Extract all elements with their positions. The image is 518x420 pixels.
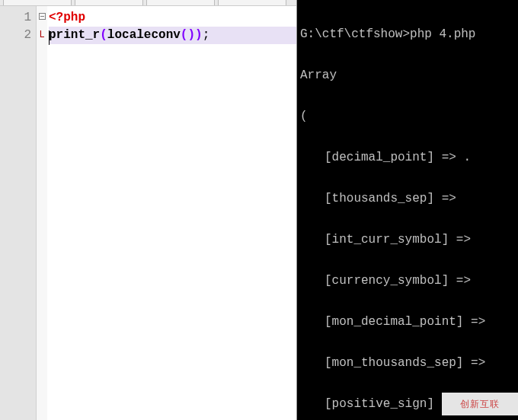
terminal-output: [currency_symbol] =>: [300, 274, 513, 288]
text-caret: [49, 30, 50, 45]
code-line: <?php: [49, 9, 296, 27]
fold-column: L: [37, 6, 47, 420]
terminal-output: [mon_thousands_sep] =>: [300, 356, 513, 370]
editor-tab[interactable]: [3, 0, 72, 6]
watermark-badge: 创新互联: [442, 393, 518, 415]
terminal-output: [mon_decimal_point] =>: [300, 315, 513, 329]
editor-tab[interactable]: [146, 0, 215, 6]
token-paren: (: [100, 28, 107, 42]
terminal-pane[interactable]: G:\ctf\ctfshow>php 4.php Array ( [decima…: [297, 0, 518, 420]
line-number-gutter: 1 2: [0, 6, 37, 420]
code-area[interactable]: <?php print_r(localeconv());: [47, 6, 296, 420]
token-paren: (: [181, 28, 188, 42]
fold-end-icon: L: [37, 27, 47, 44]
editor-body: 1 2 L <?php print_r(localeconv());: [0, 6, 296, 420]
terminal-output: [decimal_point] => .: [300, 151, 513, 164]
line-number: 2: [0, 27, 31, 44]
line-number: 1: [0, 9, 31, 27]
tab-bar: [0, 0, 296, 6]
terminal-output: [thousands_sep] =>: [300, 192, 513, 205]
php-open-tag: <?php: [49, 11, 85, 24]
code-line: print_r(localeconv());: [49, 27, 296, 44]
token-semicolon: ;: [203, 28, 210, 42]
editor-tab[interactable]: [75, 0, 143, 6]
terminal-output: Array: [300, 68, 513, 82]
token-function: print_r: [49, 28, 100, 42]
app-root: 1 2 L <?php print_r(localeconv()); G:\ct…: [0, 0, 518, 420]
terminal-output: [int_curr_symbol] =>: [300, 233, 513, 247]
token-identifier: localeconv: [107, 28, 181, 42]
terminal-command-line: G:\ctf\ctfshow>php 4.php: [300, 27, 513, 41]
editor-pane: 1 2 L <?php print_r(localeconv());: [0, 0, 297, 420]
token-paren: ): [195, 28, 203, 42]
terminal-output: (: [300, 110, 513, 123]
editor-tab[interactable]: [218, 0, 286, 6]
fold-toggle-icon[interactable]: [37, 9, 47, 27]
token-paren: ): [187, 28, 195, 42]
